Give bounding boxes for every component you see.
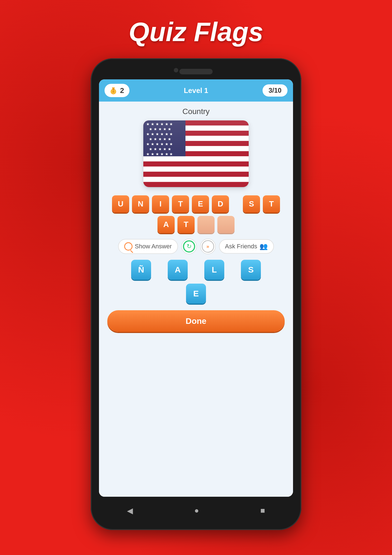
tile-empty-2[interactable] xyxy=(217,216,235,233)
answer-row-2: A T xyxy=(157,216,235,233)
key-S2[interactable]: S xyxy=(241,260,261,280)
svg-rect-4 xyxy=(112,87,115,89)
level-label: Level 1 xyxy=(184,86,208,95)
refresh-button[interactable]: ↻ xyxy=(181,239,197,254)
action-row: Show Answer ↻ » Ask Friends 👥 xyxy=(107,239,285,254)
flag-display: ★ ★ ★ ★ ★ ★ ★ ★ ★ ★ ★ ★ ★ ★ ★ ★ ★ ★ ★ ★ … xyxy=(143,120,249,187)
key-L2[interactable]: L xyxy=(204,260,224,280)
app-title: Quiz Flags xyxy=(129,17,263,47)
medal-icon xyxy=(109,86,118,95)
show-answer-button[interactable]: Show Answer xyxy=(118,239,178,254)
phone-frame: 2 Level 1 3/10 Country xyxy=(91,58,301,530)
keyboard-area: ÑALSE xyxy=(107,260,285,304)
tile-T[interactable]: T xyxy=(172,195,189,213)
content-area: Country xyxy=(99,102,293,497)
category-label: Country xyxy=(182,107,210,116)
phone-screen: 2 Level 1 3/10 Country xyxy=(99,79,293,497)
search-icon xyxy=(124,242,133,251)
skip-button[interactable]: » xyxy=(200,239,216,254)
tile-T2[interactable]: T xyxy=(263,195,280,213)
phone-top-bar xyxy=(96,67,296,77)
phone-speaker xyxy=(179,69,213,74)
friends-icon: 👥 xyxy=(259,243,268,250)
recent-nav-button[interactable]: ■ xyxy=(260,506,265,515)
svg-rect-27 xyxy=(143,120,249,187)
tile-I[interactable]: I xyxy=(152,195,169,213)
tile-E[interactable]: E xyxy=(192,195,209,213)
score-number: 2 xyxy=(120,86,124,95)
phone-nav-bar: ◀ ● ■ xyxy=(96,500,296,522)
key-A2[interactable]: A xyxy=(168,260,188,280)
key-N-tilde[interactable]: Ñ xyxy=(131,260,151,280)
tile-T3[interactable]: T xyxy=(177,216,195,233)
tile-empty-1[interactable] xyxy=(197,216,215,233)
tile-D[interactable]: D xyxy=(212,195,229,213)
answer-row-1: U N I T E D S T xyxy=(112,195,280,213)
ask-friends-label: Ask Friends xyxy=(225,243,257,250)
skip-icon: » xyxy=(202,240,214,253)
show-answer-label: Show Answer xyxy=(135,243,172,250)
tile-A[interactable]: A xyxy=(157,216,175,233)
back-nav-button[interactable]: ◀ xyxy=(127,506,133,515)
home-nav-button[interactable]: ● xyxy=(194,506,199,515)
refresh-icon: ↻ xyxy=(183,240,195,253)
score-badge: 2 xyxy=(105,84,129,97)
progress-badge: 3/10 xyxy=(263,84,287,97)
tile-N[interactable]: N xyxy=(132,195,149,213)
top-bar: 2 Level 1 3/10 xyxy=(99,79,293,102)
tile-U[interactable]: U xyxy=(112,195,129,213)
key-E2[interactable]: E xyxy=(186,284,206,304)
ask-friends-button[interactable]: Ask Friends 👥 xyxy=(219,239,274,254)
tile-S[interactable]: S xyxy=(243,195,260,213)
phone-camera xyxy=(174,68,178,72)
answer-area: U N I T E D S T A T xyxy=(107,195,285,233)
done-button[interactable]: Done xyxy=(107,310,285,332)
